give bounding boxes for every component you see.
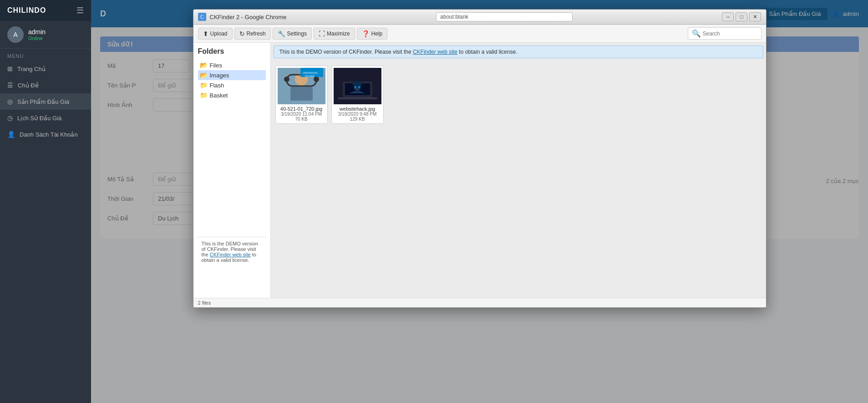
svg-text:UNIVERSAL: UNIVERSAL — [303, 71, 319, 74]
demo-notice-text: This is the DEMO version of CKFinder. Pl… — [279, 49, 413, 55]
folder-icon: 📂 — [200, 71, 208, 79]
ckfinder-statusbar: 2 files — [193, 298, 766, 307]
svg-point-16 — [355, 86, 356, 88]
settings-label: Settings — [287, 31, 307, 37]
sidebar-item-label: Danh Sách Tài Khoản — [20, 131, 78, 138]
file-size-2: 129 KB — [334, 117, 381, 122]
statusbar-text: 2 files — [198, 300, 211, 306]
sidebar-item-san-pham[interactable]: ◎ Sản Phẩm Đấu Giá — [0, 93, 91, 110]
settings-icon: 🔧 — [278, 30, 285, 37]
refresh-label: Refresh — [247, 31, 266, 37]
svg-point-15 — [353, 81, 362, 87]
file-item-2[interactable]: websitehack.jpg 3/18/2020 9:48 PM 129 KB — [331, 66, 384, 124]
help-label: Help — [371, 31, 383, 37]
main-content: D Sản Phẩm Đấu Giá 👤 admin Sửa dữ l Mã — [91, 0, 868, 403]
help-button[interactable]: ❓ Help — [357, 28, 388, 40]
window-title: CKFinder 2 - Google Chrome — [210, 14, 287, 20]
sidebar-item-lich-su[interactable]: ◷ Lịch Sử Đấu Giá — [0, 110, 91, 126]
folder-panel-demo-note: This is the DEMO version of CKFinder. Pl… — [198, 237, 266, 266]
maximize-label: Maximize — [327, 31, 350, 37]
maximize-button-toolbar[interactable]: ⛶ Maximize — [314, 28, 355, 40]
search-input[interactable] — [703, 31, 757, 37]
upload-icon: ⬆ — [203, 30, 208, 37]
folder-label: Images — [210, 72, 229, 79]
sidebar: CHILINDO ☰ A admin Online MENU ⊞ Trang C… — [0, 0, 91, 403]
user-info: admin Online — [28, 28, 46, 41]
refresh-button[interactable]: ↻ Refresh — [234, 28, 271, 40]
users-icon: 👤 — [7, 131, 15, 138]
folder-icon: 📁 — [200, 82, 208, 89]
maximize-icon: ⛶ — [319, 30, 325, 37]
address-bar[interactable]: about:blank — [436, 12, 573, 21]
folder-demo-link[interactable]: CKFinder web site — [210, 252, 251, 257]
ckfinder-main: Folders 📂 Files 📂 Images 📁 — [193, 43, 766, 298]
history-icon: ◷ — [7, 114, 13, 122]
username: admin — [28, 28, 46, 36]
svg-text:HOLDER: HOLDER — [305, 75, 315, 77]
search-icon: 🔍 — [692, 29, 701, 38]
minimize-button[interactable]: – — [722, 12, 734, 21]
menu-icon[interactable]: ☰ — [76, 5, 84, 15]
folder-item-files[interactable]: 📂 Files — [198, 60, 266, 70]
dialog-overlay: C CKFinder 2 - Google Chrome about:blank… — [91, 0, 868, 403]
category-icon: ☰ — [7, 82, 13, 89]
file-date-1: 3/19/2020 11:04 PM — [278, 112, 325, 117]
sidebar-item-danh-sach[interactable]: 👤 Danh Sách Tài Khoản — [0, 126, 91, 143]
upload-label: Upload — [210, 31, 228, 37]
toolbar-buttons: ⬆ Upload ↻ Refresh 🔧 Settings — [198, 28, 388, 40]
sidebar-item-label: Lịch Sử Đấu Giá — [17, 115, 61, 122]
ckfinder-toolbar: ⬆ Upload ↻ Refresh 🔧 Settings — [193, 25, 766, 43]
file-name-1: 40-521-01_720.jpg — [278, 106, 325, 112]
sidebar-item-trang-chu[interactable]: ⊞ Trang Chủ — [0, 61, 91, 77]
folder-panel: Folders 📂 Files 📂 Images 📁 — [193, 43, 271, 298]
folder-item-images[interactable]: 📂 Images — [198, 70, 266, 80]
sidebar-item-chu-de[interactable]: ☰ Chủ Đề — [0, 77, 91, 93]
home-icon: ⊞ — [7, 65, 13, 72]
svg-rect-12 — [338, 97, 377, 99]
avatar: A — [7, 26, 24, 43]
window-controls: – □ ✕ — [722, 12, 761, 21]
upload-button[interactable]: ⬆ Upload — [198, 28, 233, 40]
folder-item-flash[interactable]: 📁 Flash — [198, 80, 266, 90]
demo-notice-end: to obtain a valid license. — [459, 49, 517, 55]
svg-point-17 — [358, 86, 360, 88]
help-icon: ❓ — [362, 30, 370, 37]
folder-label: Files — [210, 62, 222, 69]
file-thumbnail-2 — [334, 68, 381, 104]
ckfinder-body: ⬆ Upload ↻ Refresh 🔧 Settings — [193, 25, 766, 307]
sidebar-user: A admin Online — [0, 21, 91, 49]
file-name-2: websitehack.jpg — [334, 106, 381, 112]
folder-label: Flash — [210, 82, 224, 89]
file-item-1[interactable]: UNIVERSAL HOLDER 40-521-01_720.jpg 3/19/… — [275, 66, 328, 124]
maximize-button[interactable]: □ — [736, 12, 747, 21]
close-button[interactable]: ✕ — [749, 12, 761, 21]
sidebar-item-label: Trang Chủ — [17, 66, 46, 72]
product-icon: ◎ — [7, 98, 13, 105]
file-panel: This is the DEMO version of CKFinder. Pl… — [271, 43, 766, 298]
folder-icon: 📂 — [200, 61, 208, 69]
folder-label: Basket — [210, 92, 228, 99]
search-box: 🔍 — [688, 27, 761, 40]
sidebar-item-label: Chủ Đề — [18, 82, 39, 89]
svg-rect-2 — [290, 87, 313, 101]
menu-label: MENU — [0, 49, 91, 61]
folders-title: Folders — [198, 47, 266, 56]
titlebar-left: C CKFinder 2 - Google Chrome — [198, 13, 287, 21]
settings-button[interactable]: 🔧 Settings — [273, 28, 312, 40]
folder-item-basket[interactable]: 📁 Basket — [198, 90, 266, 100]
refresh-icon: ↻ — [239, 30, 245, 37]
chrome-icon: C — [198, 13, 206, 21]
svg-point-4 — [284, 77, 289, 82]
file-size-1: 70 KB — [278, 117, 325, 122]
sidebar-header: CHILINDO ☰ — [0, 0, 91, 21]
sidebar-item-label: Sản Phẩm Đấu Giá — [17, 98, 69, 105]
file-grid: UNIVERSAL HOLDER 40-521-01_720.jpg 3/19/… — [271, 61, 766, 298]
app-logo: CHILINDO — [7, 6, 46, 15]
user-status: Online — [28, 36, 46, 41]
demo-notice: This is the DEMO version of CKFinder. Pl… — [274, 46, 763, 58]
window-titlebar: C CKFinder 2 - Google Chrome about:blank… — [193, 10, 766, 25]
file-thumbnail-1: UNIVERSAL HOLDER — [278, 68, 325, 104]
demo-notice-link[interactable]: CKFinder web site — [413, 49, 457, 55]
file-date-2: 3/18/2020 9:48 PM — [334, 112, 381, 117]
ckfinder-window: C CKFinder 2 - Google Chrome about:blank… — [193, 9, 766, 308]
